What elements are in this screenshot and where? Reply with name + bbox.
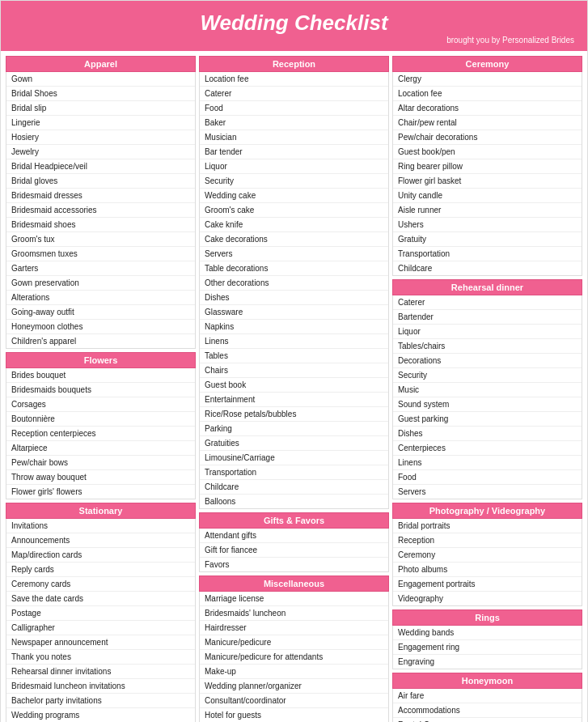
list-item: Bridesmaid shoes [6,218,195,232]
list-item: Invitations [6,519,195,533]
header: Wedding Checklist brought you by Persona… [1,1,587,51]
list-item: Wedding programs [6,708,195,722]
list-item: Pew/chair bows [6,456,195,470]
column-0: ApparelGownBridal ShoesBridal slipLinger… [6,56,196,722]
list-item: Glassware [200,305,388,320]
list-item: Servers [200,247,388,261]
subtext: brought you by Personalized Brides [1,36,587,48]
list-item: Make-up [200,665,388,679]
list-item: Bridal portraits [393,519,582,533]
section-rehearsal-dinner: Rehearsal dinnerCatererBartenderLiquorTa… [392,279,582,499]
section-rings: RingsWedding bandsEngagement ringEngravi… [392,609,582,669]
list-item: Reception centerpieces [6,427,195,441]
list-item: Newspaper announcement [6,635,195,650]
list-item: Hotel for guests [200,708,388,722]
section-reception: ReceptionLocation feeCatererFoodBakerMus… [199,56,389,509]
list-item: Cake knife [200,218,388,232]
section-ceremony: CeremonyClergyLocation feeAltar decorati… [392,56,582,276]
section-body: Air fareAccommodationsRental CarEntertai… [392,689,582,722]
list-item: Save the date cards [6,592,195,606]
list-item: Bridal slip [6,101,195,116]
columns-container: ApparelGownBridal ShoesBridal slipLinger… [1,51,587,722]
section-header: Stationary [6,503,196,519]
section-photography---videography: Photography / VideographyBridal portrait… [392,503,582,606]
list-item: Marriage license [200,592,388,606]
list-item: Alterations [6,291,195,305]
section-body: ClergyLocation feeAltar decorationsChair… [392,72,582,276]
list-item: Wedding cake [200,189,388,203]
page-title: Wedding Checklist [1,11,587,36]
list-item: Transportation [393,247,582,261]
section-header: Rings [392,609,582,626]
section-apparel: ApparelGownBridal ShoesBridal slipLinger… [6,56,196,349]
list-item: Wedding bands [393,626,582,640]
list-item: Rice/Rose petals/bubbles [200,407,388,422]
section-header: Apparel [6,56,196,72]
list-item: Bridesmaids bouquets [6,383,195,397]
list-item: Tables [200,349,388,363]
list-item: Consultant/coordinator [200,694,388,708]
list-item: Clergy [393,72,582,87]
list-item: Musician [200,130,388,145]
list-item: Manicure/pedicure [200,635,388,650]
list-item: Bachelor party invitations [6,694,195,708]
list-item: Unity candle [393,189,582,203]
list-item: Servers [393,485,582,499]
section-header: Gifts & Favors [199,512,389,529]
list-item: Engraving [393,655,582,669]
list-item: Children's apparel [6,334,195,348]
section-body: GownBridal ShoesBridal slipLingerieHosie… [6,72,196,349]
list-item: Chair/pew rental [393,116,582,130]
list-item: Photo albums [393,563,582,577]
list-item: Flower girls' flowers [6,485,195,499]
list-item: Sound system [393,397,582,412]
list-item: Napkins [200,320,388,334]
list-item: Bartender [393,310,582,325]
list-item: Gown [6,72,195,87]
list-item: Decorations [393,354,582,368]
list-item: Guest book/pen [393,145,582,159]
list-item: Flower girl basket [393,174,582,189]
list-item: Hosiery [6,130,195,145]
list-item: Bar tender [200,145,388,159]
list-item: Bridesmaid dresses [6,189,195,203]
list-item: Gratuities [200,436,388,451]
list-item: Groomsmen tuxes [6,247,195,261]
list-item: Centerpieces [393,441,582,456]
list-item: Videography [393,592,582,605]
list-item: Location fee [393,87,582,101]
list-item: Air fare [393,689,582,703]
list-item: Dishes [393,427,582,441]
list-item: Bridesmaids' luncheon [200,606,388,621]
section-body: InvitationsAnnouncementsMap/direction ca… [6,519,196,722]
section-header: Ceremony [392,56,582,72]
list-item: Boutonnière [6,412,195,427]
list-item: Reply cards [6,563,195,577]
list-item: Transportation [200,465,388,480]
list-item: Honeymoon clothes [6,320,195,334]
list-item: Bridesmaid luncheon invitations [6,679,195,694]
section-body: Marriage licenseBridesmaids' luncheonHai… [199,592,389,722]
list-item: Hairdresser [200,621,388,635]
list-item: Gift for fiancee [200,543,388,558]
list-item: Groom's cake [200,203,388,218]
list-item: Bridal Shoes [6,87,195,101]
list-item: Wedding planner/organizer [200,679,388,694]
list-item: Chairs [200,363,388,378]
list-item: Postage [6,606,195,621]
list-item: Caterer [393,295,582,310]
section-body: Wedding bandsEngagement ringEngraving [392,626,582,669]
list-item: Altarpiece [6,441,195,456]
list-item: Parking [200,422,388,436]
list-item: Ceremony cards [6,577,195,592]
list-item: Garters [6,261,195,276]
section-stationary: StationaryInvitationsAnnouncementsMap/di… [6,503,196,722]
list-item: Accommodations [393,703,582,718]
list-item: Thank you notes [6,650,195,665]
list-item: Table decorations [200,261,388,276]
list-item: Gratuity [393,232,582,247]
section-honeymoon: HoneymoonAir fareAccommodationsRental Ca… [392,673,582,722]
list-item: Cake decorations [200,232,388,247]
list-item: Security [200,174,388,189]
list-item: Location fee [200,72,388,87]
